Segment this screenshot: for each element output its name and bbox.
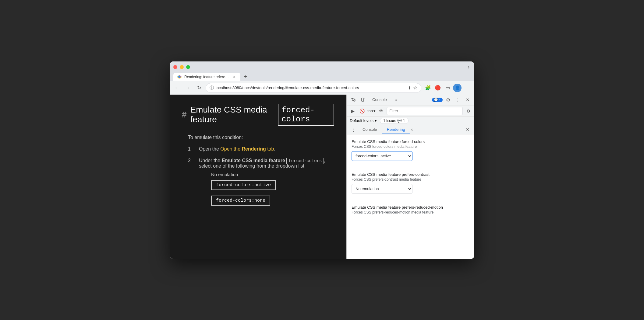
maximize-button[interactable] — [186, 65, 190, 69]
inspect-element-button[interactable] — [349, 96, 358, 104]
prefers-reduced-motion-desc: Forces CSS prefers-reduced-motion media … — [352, 210, 469, 214]
star-icon: ☆ — [413, 85, 417, 91]
chrome-menu-button[interactable]: ⋮ — [463, 84, 471, 92]
forward-button[interactable]: → — [184, 84, 192, 92]
close-button[interactable] — [173, 65, 177, 69]
default-levels-selector[interactable]: Default levels ▾ — [350, 118, 377, 123]
forced-colors-select[interactable]: No emulation forced-colors: active force… — [352, 151, 412, 161]
prefers-contrast-title: Emulate CSS media feature prefers-contra… — [352, 172, 469, 177]
prefers-contrast-desc: Forces CSS prefers-contrast media featur… — [352, 177, 469, 182]
prefers-contrast-select[interactable]: No emulation prefers-contrast: more pref… — [352, 184, 412, 194]
page-heading: # Emulate CSS media feature forced-color… — [182, 104, 334, 126]
context-dropdown-icon: ▾ — [373, 109, 376, 113]
page-body: To emulate this condition: 1 Open the Op… — [188, 135, 334, 211]
messages-badge: 💬 1 — [432, 98, 443, 102]
run-script-button[interactable]: ▶ — [349, 107, 356, 115]
rendering-panel-content: Emulate CSS media feature forced-colors … — [347, 134, 474, 259]
step-1-text-before: Open the — [199, 146, 220, 151]
dropdown-options-list: No emulation forced-colors:active forced… — [199, 172, 334, 208]
console-filter-input[interactable] — [387, 107, 463, 115]
issues-text: 1 Issue: — [383, 119, 396, 123]
device-toolbar-button[interactable] — [359, 96, 367, 104]
chrome-toolbar: ← → ↻ ⓘ localhost:8080/docs/devtools/ren… — [170, 81, 474, 95]
intro-text: To emulate this condition: — [188, 135, 334, 140]
step-2-inline-code: forced-colors — [286, 158, 324, 164]
page-content: # Emulate CSS media feature forced-color… — [170, 95, 346, 259]
devtools-top-toolbar: Console » 💬 1 ⚙ ⋮ × — [347, 95, 474, 106]
badge-icon: 💬 — [434, 98, 438, 102]
steps-list: 1 Open the Open the Rendering tab. 2 Und… — [188, 146, 334, 211]
badge-count: 1 — [439, 98, 441, 102]
chrome-tabs: Rendering: feature reference - × + — [173, 73, 471, 81]
rendering-subtab-close[interactable]: × — [410, 127, 414, 132]
step-2-bold: Emulate CSS media feature — [222, 158, 287, 163]
devtools-settings-button[interactable]: ⚙ — [444, 96, 452, 104]
sidebar-button[interactable]: ▭ — [443, 84, 452, 92]
heading-hash: # — [182, 110, 187, 120]
tab-overflow-button[interactable]: › — [466, 64, 471, 70]
levels-dropdown-icon: ▾ — [375, 118, 377, 123]
subtab-more-icon[interactable]: ⋮ — [349, 125, 358, 134]
console-bar: ▶ 🚫 top ▾ 👁 ⚙ — [347, 106, 474, 117]
prefers-contrast-section: Emulate CSS media feature prefers-contra… — [352, 172, 469, 194]
rendering-bold: Rendering — [242, 146, 266, 151]
console-settings-button[interactable]: ⚙ — [465, 107, 472, 115]
clear-console-button[interactable]: 🚫 — [358, 107, 366, 115]
step-2-content: Under the Emulate CSS media feature forc… — [199, 158, 334, 211]
toolbar-actions: 🧩 🔴 ▭ 👤 ⋮ — [424, 84, 471, 92]
step-1-number: 1 — [188, 146, 194, 152]
section-divider-1 — [352, 167, 469, 167]
address-bar[interactable]: ⓘ localhost:8080/docs/devtools/rendering… — [206, 83, 421, 93]
step-2-text-before: Under the — [199, 158, 222, 163]
chrome-favicon — [177, 75, 182, 79]
forced-active-code: forced-colors:active — [211, 180, 276, 190]
reload-button[interactable]: ↻ — [195, 84, 203, 92]
tab-close-button[interactable]: × — [232, 75, 237, 79]
prefers-reduced-motion-title: Emulate CSS media feature prefers-reduce… — [352, 205, 469, 210]
forced-colors-desc: Forces CSS forced-colors media feature — [352, 144, 469, 149]
live-expression-button[interactable]: 👁 — [377, 107, 385, 115]
devtools-more-button[interactable]: ⋮ — [454, 96, 462, 104]
levels-bar: Default levels ▾ 1 Issue: 💬 1 — [347, 117, 474, 125]
option-forced-none: forced-colors:none — [199, 196, 334, 208]
back-button[interactable]: ← — [173, 84, 181, 92]
heading-main-text: Emulate CSS media feature — [190, 105, 274, 124]
active-tab[interactable]: Rendering: feature reference - × — [173, 73, 240, 81]
issues-count: 1 — [403, 119, 405, 123]
chrome-titlebar: › Rendering: feature reference - × + — [170, 61, 474, 81]
step-1-content: Open the Open the Rendering tab. — [199, 146, 275, 152]
devtools-tabs: Console » — [369, 96, 431, 104]
share-icon: ⬆ — [408, 85, 411, 90]
extensions-button[interactable]: 🧩 — [424, 84, 432, 92]
console-subtab[interactable]: Console — [358, 125, 382, 134]
prefers-reduced-motion-section: Emulate CSS media feature prefers-reduce… — [352, 205, 469, 214]
devtools-close-button[interactable]: × — [463, 96, 472, 104]
minimize-button[interactable] — [180, 65, 184, 69]
new-tab-button[interactable]: + — [241, 73, 249, 81]
step-1-suffix: . — [274, 146, 275, 151]
svg-rect-2 — [364, 99, 365, 101]
browser-window: › Rendering: feature reference - × + ← →… — [170, 61, 474, 259]
devtools-panel: Console » 💬 1 ⚙ ⋮ × ▶ 🚫 top ▾ 👁 — [346, 95, 474, 259]
more-tabs-button[interactable]: » — [392, 96, 401, 104]
panel-close-button[interactable]: × — [463, 125, 472, 134]
step-2-number: 2 — [188, 158, 194, 163]
step-1: 1 Open the Open the Rendering tab. — [188, 146, 334, 152]
browser-content: # Emulate CSS media feature forced-color… — [170, 95, 474, 259]
rendering-subtab[interactable]: Rendering — [382, 125, 410, 134]
extension-icon-button[interactable]: 🔴 — [433, 84, 442, 92]
svg-rect-1 — [362, 98, 364, 101]
info-icon: ⓘ — [210, 85, 214, 91]
step-2: 2 Under the Emulate CSS media feature fo… — [188, 158, 334, 211]
heading-code: forced-colors — [278, 104, 334, 126]
profile-button[interactable]: 👤 — [453, 84, 462, 92]
rendering-tab-link[interactable]: Open the Rendering tab — [220, 146, 274, 151]
tab-title: Rendering: feature reference - — [184, 75, 229, 79]
no-emulation-text: No emulation — [211, 172, 334, 177]
console-main-tab[interactable]: Console — [369, 96, 391, 104]
context-label: top — [367, 109, 373, 113]
forced-none-code: forced-colors:none — [211, 196, 270, 206]
issues-badge[interactable]: 1 Issue: 💬 1 — [380, 118, 409, 124]
context-selector[interactable]: top ▾ — [367, 109, 376, 113]
option-forced-active: forced-colors:active — [199, 180, 334, 193]
